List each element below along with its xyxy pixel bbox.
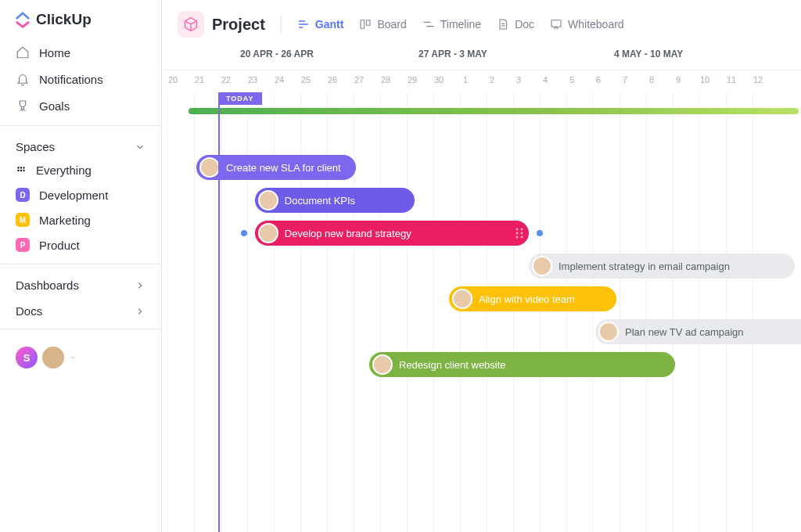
dependency-dot[interactable] <box>537 230 543 236</box>
brand-name: ClickUp <box>36 11 92 28</box>
main-content: Project Gantt Board Timeline Doc Whitebo… <box>162 0 801 532</box>
day-label: 22 <box>213 75 239 84</box>
space-marketing[interactable]: M Marketing <box>0 207 161 232</box>
nav-notifications[interactable]: Notifications <box>0 66 161 92</box>
gantt-chart[interactable]: 20 APR - 26 APR 27 APR - 3 MAY 4 MAY - 1… <box>162 49 801 532</box>
today-marker <box>218 92 220 532</box>
task-label: Document KPIs <box>285 195 355 207</box>
drag-handle-icon[interactable] <box>515 227 524 239</box>
task-bar[interactable]: Plan new TV ad campaign <box>595 319 801 344</box>
nav-notifications-label: Notifications <box>39 73 103 86</box>
project-badge[interactable]: Project <box>178 11 265 38</box>
assignee-avatar <box>258 190 278 210</box>
gridline <box>753 92 753 532</box>
space-label: Development <box>39 189 108 202</box>
week-label: 4 MAY - 10 MAY <box>614 49 683 59</box>
day-label: 2 <box>479 75 505 84</box>
dependency-dot[interactable] <box>241 230 247 236</box>
week-label: 27 APR - 3 MAY <box>418 49 487 59</box>
task-bar[interactable]: Develop new brand strategy <box>255 221 529 246</box>
task-bar[interactable]: Create new SLA for client <box>196 155 356 180</box>
space-badge: D <box>16 188 30 202</box>
day-label: 21 <box>186 75 213 84</box>
space-everything[interactable]: Everything <box>0 158 161 182</box>
svg-point-0 <box>17 167 19 168</box>
svg-point-10 <box>520 228 523 231</box>
svg-rect-7 <box>367 20 371 26</box>
divider <box>0 329 161 329</box>
view-board-label: Board <box>377 18 406 31</box>
day-label: 23 <box>239 75 266 84</box>
space-label: Product <box>39 239 80 252</box>
view-gantt[interactable]: Gantt <box>297 18 344 31</box>
space-label: Marketing <box>39 214 91 227</box>
task-bar[interactable]: Align with video team <box>449 286 616 311</box>
whiteboard-icon <box>550 18 562 31</box>
svg-rect-6 <box>361 20 365 29</box>
separator <box>281 16 282 33</box>
task-label: Plan new TV ad campaign <box>625 326 744 338</box>
grid-icon <box>16 165 27 176</box>
spaces-header[interactable]: Spaces <box>0 132 161 158</box>
svg-point-13 <box>515 236 518 239</box>
space-development[interactable]: D Development <box>0 182 161 207</box>
view-timeline[interactable]: Timeline <box>422 18 481 31</box>
gridline <box>726 92 727 532</box>
gridline <box>380 92 381 532</box>
docs-header[interactable]: Docs <box>0 297 161 322</box>
task-bar[interactable]: Redesign client website <box>369 352 675 377</box>
day-label: 1 <box>452 75 479 84</box>
assignee-avatar <box>199 157 220 178</box>
task-label: Implement strategy in email campaign <box>559 261 730 272</box>
gridline <box>540 92 541 532</box>
view-gantt-label: Gantt <box>315 18 344 31</box>
chevron-down-icon <box>69 354 77 361</box>
topbar: Project Gantt Board Timeline Doc Whitebo… <box>162 0 801 49</box>
gridline <box>194 92 195 532</box>
gridline <box>354 92 354 532</box>
view-doc[interactable]: Doc <box>497 18 534 31</box>
nav-goals[interactable]: Goals <box>0 92 161 119</box>
nav-home[interactable]: Home <box>0 39 161 66</box>
svg-point-12 <box>520 232 523 235</box>
user-switcher[interactable]: S <box>0 336 161 368</box>
task-bar[interactable]: Implement strategy in email campaign <box>529 253 795 279</box>
gridline <box>407 92 408 532</box>
day-label: 8 <box>638 75 665 84</box>
summary-bar[interactable] <box>189 108 799 114</box>
task-label: Create new SLA for client <box>226 162 341 174</box>
task-label: Develop new brand strategy <box>285 228 411 239</box>
day-label: 29 <box>399 75 426 84</box>
logo[interactable]: ClickUp <box>0 11 161 39</box>
day-label: 7 <box>612 75 638 84</box>
view-board[interactable]: Board <box>359 18 406 31</box>
sidebar: ClickUp Home Notifications Goals Spaces … <box>0 0 162 532</box>
today-tag: TODAY <box>218 92 262 105</box>
gridline <box>167 92 168 532</box>
svg-point-3 <box>17 169 19 171</box>
task-bar[interactable]: Document KPIs <box>255 188 415 213</box>
chevron-right-icon <box>135 280 145 291</box>
trophy-icon <box>16 99 30 113</box>
spaces-title: Spaces <box>16 140 55 153</box>
home-icon <box>16 45 30 59</box>
day-label: 11 <box>718 75 745 84</box>
week-header-row: 20 APR - 26 APR 27 APR - 3 MAY 4 MAY - 1… <box>162 49 801 70</box>
view-whiteboard[interactable]: Whiteboard <box>550 18 624 31</box>
space-product[interactable]: P Product <box>0 232 161 257</box>
day-label: 26 <box>319 75 346 84</box>
view-doc-label: Doc <box>515 18 534 31</box>
bell-icon <box>16 72 30 86</box>
day-label: 4 <box>532 75 559 84</box>
svg-rect-8 <box>551 20 561 27</box>
assignee-avatar <box>452 289 472 309</box>
assignee-avatar <box>372 354 393 375</box>
day-label: 6 <box>585 75 612 84</box>
gridline <box>699 92 700 532</box>
chevron-down-icon <box>135 142 145 153</box>
board-icon <box>359 18 372 31</box>
divider <box>0 264 161 264</box>
svg-point-2 <box>23 167 24 168</box>
dashboards-header[interactable]: Dashboards <box>0 271 161 297</box>
gridline <box>433 92 434 532</box>
